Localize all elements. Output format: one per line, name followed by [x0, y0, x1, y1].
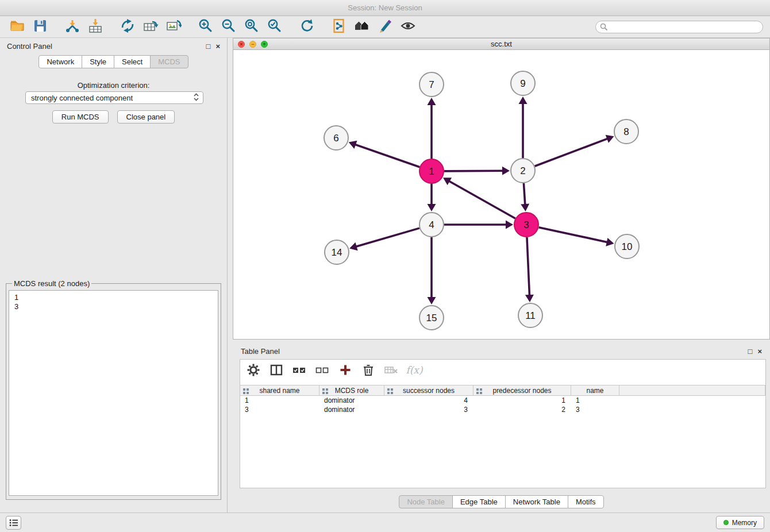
- graph-edge[interactable]: [444, 171, 504, 171]
- import-table-button[interactable]: [84, 18, 107, 36]
- cell-mcds-role[interactable]: dominator: [319, 396, 384, 405]
- graph-node-8[interactable]: 8: [614, 119, 638, 144]
- cell-shared-name[interactable]: 1: [240, 396, 319, 405]
- optimization-criterion-label: Optimization criterion:: [0, 81, 227, 90]
- graph-edge[interactable]: [355, 228, 419, 247]
- export-table-button[interactable]: [139, 18, 162, 36]
- import-network-button[interactable]: [61, 18, 84, 36]
- table-row[interactable]: 3 dominator 3 2 3: [240, 405, 765, 414]
- add-column-button[interactable]: [338, 363, 353, 377]
- graph-edge[interactable]: [535, 138, 609, 167]
- column-header-successor-nodes[interactable]: successor nodes: [384, 385, 473, 395]
- tab-network[interactable]: Network: [38, 55, 82, 68]
- delete-column-button[interactable]: [361, 363, 376, 377]
- select-all-button[interactable]: [292, 363, 307, 377]
- network-window-titlebar[interactable]: × − + scc.txt: [233, 38, 769, 50]
- result-line: 1: [14, 293, 213, 302]
- zoom-selected-button[interactable]: [263, 18, 286, 36]
- run-mcds-button[interactable]: Run MCDS: [52, 110, 109, 124]
- first-neighbors-button[interactable]: [351, 18, 374, 36]
- graph-node-15[interactable]: 15: [419, 306, 444, 330]
- graph-node-3[interactable]: 3: [514, 213, 538, 237]
- zoom-in-button[interactable]: [194, 18, 217, 36]
- columns-icon: [270, 363, 283, 377]
- graph-node-6[interactable]: 6: [324, 126, 348, 150]
- tab-mcds[interactable]: MCDS: [150, 55, 188, 68]
- show-panels-button[interactable]: [6, 516, 21, 530]
- float-panel-icon[interactable]: □: [206, 43, 211, 50]
- zoom-out-button[interactable]: [217, 18, 240, 36]
- tab-motifs[interactable]: Motifs: [568, 495, 604, 508]
- tab-edge-table[interactable]: Edge Table: [452, 495, 506, 508]
- column-header-name[interactable]: name: [571, 385, 619, 395]
- deselect-all-button[interactable]: [315, 363, 330, 377]
- table-settings-button[interactable]: [246, 363, 261, 377]
- zoom-fit-button[interactable]: [240, 18, 263, 36]
- cell-name[interactable]: 3: [571, 405, 619, 414]
- cell-successor-nodes[interactable]: 4: [384, 396, 473, 405]
- show-hide-button[interactable]: [396, 18, 419, 36]
- function-builder-button-disabled: f(x): [407, 363, 422, 377]
- mcds-result-list[interactable]: 1 3: [9, 290, 218, 496]
- tab-network-table[interactable]: Network Table: [505, 495, 568, 508]
- graph-node-9[interactable]: 9: [511, 71, 535, 95]
- graph-node-11[interactable]: 11: [518, 303, 542, 327]
- edge-arrowhead: [519, 97, 528, 104]
- graph-edge[interactable]: [523, 183, 525, 206]
- share-document-button[interactable]: [328, 18, 351, 36]
- export-image-button[interactable]: [162, 18, 185, 36]
- edge-arrowhead: [428, 297, 436, 304]
- minimize-window-icon[interactable]: −: [249, 41, 256, 48]
- close-panel-button[interactable]: Close panel: [117, 110, 175, 124]
- graph-edge[interactable]: [448, 180, 515, 218]
- svg-text:8: 8: [623, 126, 629, 137]
- annotation-style-button[interactable]: [374, 18, 396, 36]
- search-input[interactable]: [595, 21, 763, 33]
- memory-status-icon: [723, 520, 729, 525]
- tab-style[interactable]: Style: [82, 55, 114, 68]
- cell-name[interactable]: 1: [571, 396, 619, 405]
- graph-node-14[interactable]: 14: [325, 240, 349, 264]
- close-panel-icon[interactable]: ×: [757, 348, 762, 355]
- open-session-button[interactable]: [6, 18, 29, 36]
- cell-shared-name[interactable]: 3: [240, 405, 319, 414]
- cell-mcds-role[interactable]: dominator: [319, 405, 384, 414]
- refresh-icon: [299, 18, 315, 36]
- network-graph[interactable]: 1234678910111415: [233, 50, 769, 339]
- control-panel-tabs: Network Style Select MCDS: [0, 55, 227, 68]
- table-row[interactable]: 1 dominator 4 1 1: [240, 396, 765, 405]
- clone-network-button[interactable]: [116, 18, 139, 36]
- close-window-icon[interactable]: ×: [238, 41, 245, 48]
- cell-predecessor-nodes[interactable]: 2: [473, 405, 571, 414]
- float-panel-icon[interactable]: □: [748, 348, 753, 355]
- cell-predecessor-nodes[interactable]: 1: [473, 396, 571, 405]
- fx-label: f(x): [406, 364, 422, 376]
- column-header-mcds-role[interactable]: MCDS role: [319, 385, 384, 395]
- graph-node-4[interactable]: 4: [419, 213, 444, 237]
- column-header-predecessor-nodes[interactable]: predecessor nodes: [473, 385, 571, 395]
- zoom-in-icon: [198, 18, 214, 36]
- memory-button[interactable]: Memory: [716, 516, 764, 529]
- tab-node-table[interactable]: Node Table: [399, 495, 453, 508]
- tab-select[interactable]: Select: [114, 55, 151, 68]
- graph-node-7[interactable]: 7: [419, 72, 444, 97]
- graph-edge[interactable]: [527, 237, 530, 296]
- list-icon: [9, 519, 18, 527]
- zoom-window-icon[interactable]: +: [261, 41, 268, 48]
- svg-text:4: 4: [429, 219, 434, 230]
- network-canvas[interactable]: 1234678910111415: [233, 50, 769, 339]
- cell-successor-nodes[interactable]: 3: [384, 405, 473, 414]
- graph-edge[interactable]: [538, 228, 608, 242]
- graph-edge[interactable]: [354, 144, 419, 167]
- show-columns-button[interactable]: [269, 363, 284, 377]
- graph-node-1[interactable]: 1: [419, 159, 444, 183]
- graph-node-10[interactable]: 10: [615, 234, 639, 259]
- optimization-dropdown[interactable]: strongly connected component: [25, 91, 203, 104]
- edge-arrowhead: [428, 98, 436, 105]
- column-header-shared-name[interactable]: shared name: [240, 385, 319, 395]
- clone-network-icon: [120, 18, 136, 36]
- apply-layout-button[interactable]: [295, 18, 318, 36]
- save-session-button[interactable]: [29, 18, 52, 36]
- graph-node-2[interactable]: 2: [511, 159, 535, 183]
- close-panel-icon[interactable]: ×: [215, 43, 220, 50]
